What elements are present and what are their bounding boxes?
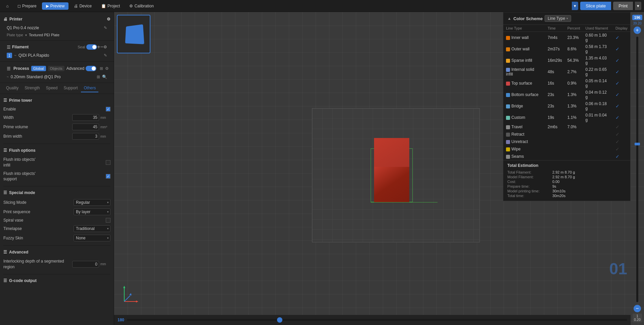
row-percent-7: 1.1% [565, 112, 583, 123]
tab-calibration[interactable]: ⚙ Calibration [125, 2, 157, 10]
row-percent-11 [565, 145, 583, 153]
model-thumbnail[interactable] [117, 15, 150, 53]
row-filament-8 [583, 123, 613, 131]
print-sequence-dropdown[interactable]: By layer ▾ [74, 208, 110, 215]
color-table-row: Sparse infill 16m29s 54.3% 1.35 m 4.03 g… [503, 55, 630, 66]
print-button[interactable]: Print [613, 2, 633, 10]
flush-options-icon: ☰ [3, 148, 7, 153]
axes-widget [121, 285, 141, 305]
row-display-8[interactable]: ✓ [613, 123, 630, 131]
model-top [374, 138, 409, 167]
filament-remove-button[interactable]: − [100, 44, 103, 50]
process-section: ☰ Process Global Objects Advanced ⊞ ⚙ ~ … [0, 62, 114, 83]
filament-gear-icon[interactable]: ⚙ [103, 45, 107, 49]
layer-plus-button[interactable]: + [634, 27, 641, 34]
tab-strength[interactable]: Strength [22, 84, 42, 92]
row-display-4[interactable]: ✓ [613, 78, 630, 89]
print-sequence-chevron: ▾ [107, 210, 109, 214]
print-dropdown-arrow[interactable]: ▾ [635, 2, 641, 10]
row-filament-6: 0.06 m 0.18 g [583, 100, 613, 112]
color-dot-4 [506, 82, 510, 86]
row-time-0: 7m4s [545, 32, 565, 44]
prime-volume-input[interactable] [72, 124, 99, 130]
width-input[interactable] [72, 114, 99, 121]
printer-edit-icon[interactable]: ✎ [104, 26, 107, 30]
row-display-6[interactable]: ✓ [613, 100, 630, 112]
tab-others[interactable]: Others [81, 84, 98, 92]
interlocking-input[interactable] [72, 261, 99, 268]
row-display-9[interactable]: ✓ [613, 131, 630, 138]
row-time-2: 16m29s [545, 55, 565, 66]
flush-support-checkbox[interactable]: ✓ [106, 174, 110, 179]
timelapse-chevron: ▾ [107, 227, 109, 230]
tab-preview[interactable]: ▶ Preview [42, 2, 69, 10]
row-display-2[interactable]: ✓ [613, 55, 630, 66]
global-tag[interactable]: Global [31, 66, 46, 71]
layer-slider-track[interactable] [636, 37, 638, 302]
est-label-5: Total time: [507, 194, 551, 198]
bottom-slider-track[interactable] [127, 319, 627, 321]
row-display-7[interactable]: ✓ [613, 112, 630, 123]
row-display-12[interactable]: ✓ [613, 153, 630, 160]
filament-item-edit-icon[interactable]: ✎ [104, 53, 107, 58]
estimation-rows: Total Filament:2.92 m 8.70 gModel Filame… [507, 170, 626, 198]
print-sequence-value: By layer [76, 210, 90, 214]
tab-support[interactable]: Support [61, 84, 80, 92]
profile-search-icon[interactable]: 🔍 [102, 75, 107, 79]
slice-plate-button[interactable]: Slice plate [580, 2, 611, 10]
color-table: Line Type Time Percent Used filament Dis… [503, 25, 630, 160]
layer-slider-thumb[interactable] [635, 143, 640, 145]
profile-copy-icon[interactable]: ⊞ [97, 75, 100, 79]
slicing-mode-row: Slicing Mode Regular ▾ [3, 198, 110, 207]
row-display-3[interactable]: ✓ [613, 66, 630, 78]
seal-toggle-track[interactable] [86, 44, 97, 50]
enable-checkbox[interactable]: ✓ [106, 107, 110, 111]
row-display-11[interactable]: ✓ [613, 145, 630, 153]
row-display-5[interactable]: ✓ [613, 89, 630, 100]
row-line-type-2: Sparse infill [503, 55, 545, 66]
slice-dropdown-arrow[interactable]: ▾ [572, 2, 578, 10]
preview-icon: ▶ [46, 4, 49, 8]
color-table-row: Outer wall 2m37s 8.6% 0.58 m 1.73 g ✓ [503, 43, 630, 55]
process-copy-icon[interactable]: ⊞ [100, 66, 103, 71]
row-display-1[interactable]: ✓ [613, 43, 630, 55]
tab-speed[interactable]: Speed [43, 84, 60, 92]
home-button[interactable]: ⌂ [3, 1, 12, 11]
line-type-dropdown[interactable]: Line Type ▾ [545, 15, 571, 22]
bottom-slider-thumb[interactable] [277, 317, 282, 323]
timelapse-dropdown[interactable]: Traditional ▾ [74, 225, 110, 232]
timelapse-row: Timelapse Traditional ▾ [3, 224, 110, 233]
axes-svg [121, 285, 141, 305]
advanced-toggle: Advanced [66, 66, 96, 71]
flush-infill-checkbox[interactable] [106, 160, 110, 165]
tab-project[interactable]: 📋 Project [97, 2, 124, 10]
process-settings-icon[interactable]: ⚙ [105, 66, 109, 71]
row-percent-12 [565, 153, 583, 160]
estimation-row-1: Model Filament:2.92 m 8.70 g [507, 175, 626, 179]
row-display-10[interactable]: ✓ [613, 138, 630, 145]
gcode-section: ☰ G-code output [0, 274, 114, 288]
brim-width-input[interactable] [72, 133, 99, 140]
left-panel: 🖨 Printer ⚙ Q1 Pro 0.4 nozzle ✎ Plate ty… [0, 12, 114, 325]
row-display-0[interactable]: ✓ [613, 32, 630, 44]
estimation-row-2: Cost:0.00 [507, 179, 626, 184]
col-percent: Percent [565, 25, 583, 32]
thumb-cube [125, 24, 144, 44]
slicing-mode-chevron: ▾ [107, 201, 109, 204]
objects-tag[interactable]: Objects [48, 66, 64, 71]
layer-minus-button[interactable]: − [634, 305, 641, 312]
printer-gear-icon[interactable]: ⚙ [107, 15, 110, 23]
advanced-toggle-track[interactable] [86, 66, 96, 71]
tab-quality[interactable]: Quality [3, 84, 21, 92]
slicing-mode-dropdown[interactable]: Regular ▾ [74, 199, 110, 206]
printer-header: 🖨 Printer ⚙ [3, 14, 110, 24]
filament-add-button[interactable]: + [97, 44, 100, 50]
tab-prepare[interactable]: ◻ Prepare [13, 2, 41, 10]
fuzzy-skin-dropdown[interactable]: None ▾ [74, 235, 110, 241]
tab-device[interactable]: 🖨 Device [70, 2, 96, 10]
prime-tower-title: ☰ Prime tower [3, 97, 110, 105]
color-dot-5 [506, 93, 510, 97]
filament-number: 1 [7, 53, 12, 58]
spiral-vase-checkbox[interactable] [106, 218, 110, 223]
color-panel-collapse-icon[interactable]: ▲ [507, 16, 511, 21]
